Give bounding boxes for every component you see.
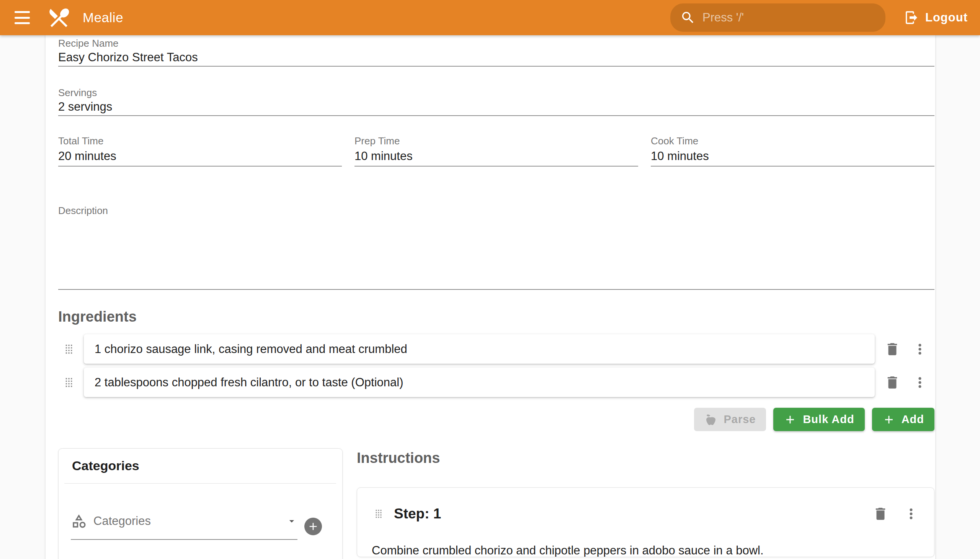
recipe-name-input[interactable] <box>58 49 934 66</box>
delete-step-button[interactable] <box>871 504 890 523</box>
step-card: Step: 1 Combine crumbled chorizo and chi… <box>357 488 934 557</box>
logout-button[interactable]: Logout <box>899 10 973 25</box>
trash-icon <box>884 374 901 390</box>
bottom-section: Categories Categories <box>58 448 934 559</box>
recipe-editor-card: Recipe Name Servings Total Time Prep Tim… <box>46 35 935 559</box>
ingredient-input[interactable] <box>94 375 864 389</box>
categories-select[interactable]: Categories <box>71 513 297 540</box>
ingredient-more-menu-button[interactable] <box>911 340 929 358</box>
step-more-menu-button[interactable] <box>902 504 920 523</box>
app-bar: Mealie Press '/' Logout <box>0 0 980 35</box>
drag-handle-icon[interactable] <box>61 374 77 391</box>
search-icon <box>680 10 696 25</box>
step-text[interactable]: Combine crumbled chorizo and chipotle pe… <box>371 542 920 557</box>
mealie-logo-icon <box>47 5 71 30</box>
ingredient-list <box>58 334 934 397</box>
hamburger-menu-icon[interactable] <box>15 11 30 24</box>
total-time-input[interactable] <box>58 147 342 166</box>
servings-field: Servings <box>58 87 934 116</box>
ingredients-heading: Ingredients <box>58 308 934 325</box>
recipe-name-field: Recipe Name <box>58 35 934 67</box>
add-button-label: Add <box>902 413 924 426</box>
total-time-label: Total Time <box>58 135 342 147</box>
drag-handle-icon[interactable] <box>371 505 386 522</box>
search-input[interactable]: Press '/' <box>670 3 886 32</box>
plus-icon <box>882 413 896 426</box>
add-ingredient-button[interactable]: Add <box>872 408 934 431</box>
step-title: Step: 1 <box>394 506 871 522</box>
ingredient-row <box>58 334 934 364</box>
chevron-down-icon <box>286 515 297 527</box>
logout-label: Logout <box>925 11 968 25</box>
description-label: Description <box>58 205 934 216</box>
logout-icon <box>904 10 919 25</box>
shapes-icon <box>71 513 87 529</box>
servings-label: Servings <box>58 87 934 98</box>
trash-icon <box>884 341 901 357</box>
bulk-add-button-label: Bulk Add <box>803 413 854 426</box>
delete-ingredient-button[interactable] <box>883 373 902 392</box>
trash-icon <box>873 506 889 522</box>
instructions-heading: Instructions <box>357 450 934 466</box>
parse-button[interactable]: Parse <box>694 408 766 431</box>
description-field: Description <box>58 205 934 290</box>
ingredient-more-menu-button[interactable] <box>911 373 929 392</box>
cook-time-label: Cook Time <box>651 135 934 147</box>
cook-time-input[interactable] <box>651 147 934 166</box>
mealie-recipe-editor-screen: Mealie Press '/' Logout Recipe Name Serv… <box>0 0 980 559</box>
ingredient-input-card <box>84 334 875 364</box>
ingredient-input[interactable] <box>94 342 864 356</box>
search-placeholder: Press '/' <box>702 11 744 25</box>
add-category-button[interactable] <box>304 518 322 535</box>
servings-input[interactable] <box>58 98 934 115</box>
plus-icon <box>307 520 319 533</box>
categories-heading: Categories <box>59 449 342 473</box>
time-fields-row: Total Time Prep Time Cook Time <box>58 135 934 167</box>
delete-ingredient-button[interactable] <box>883 340 902 358</box>
kebab-icon <box>912 341 928 357</box>
ingredient-input-card <box>84 367 875 397</box>
bulk-add-button[interactable]: Bulk Add <box>773 408 864 431</box>
step-header: Step: 1 <box>371 503 920 524</box>
categories-select-label: Categories <box>93 514 286 528</box>
instructions-column: Instructions Step: 1 Co <box>357 448 934 557</box>
kebab-icon <box>903 506 919 522</box>
description-textarea[interactable] <box>58 216 934 289</box>
ingredient-actions-row: Parse Bulk Add Add <box>58 408 934 431</box>
categories-select-row: Categories <box>59 484 342 540</box>
plus-icon <box>783 413 797 426</box>
select-underline <box>71 539 297 540</box>
prep-time-field: Prep Time <box>354 135 638 167</box>
prep-time-label: Prep Time <box>354 135 638 147</box>
cook-time-field: Cook Time <box>651 135 934 167</box>
parse-button-label: Parse <box>724 413 756 426</box>
apple-icon <box>704 413 717 426</box>
prep-time-input[interactable] <box>354 147 638 166</box>
app-title: Mealie <box>83 10 123 25</box>
total-time-field: Total Time <box>58 135 342 167</box>
drag-handle-icon[interactable] <box>61 341 77 357</box>
ingredient-row <box>58 367 934 397</box>
recipe-name-label: Recipe Name <box>58 38 934 49</box>
categories-card: Categories Categories <box>58 448 343 559</box>
kebab-icon <box>912 374 928 390</box>
